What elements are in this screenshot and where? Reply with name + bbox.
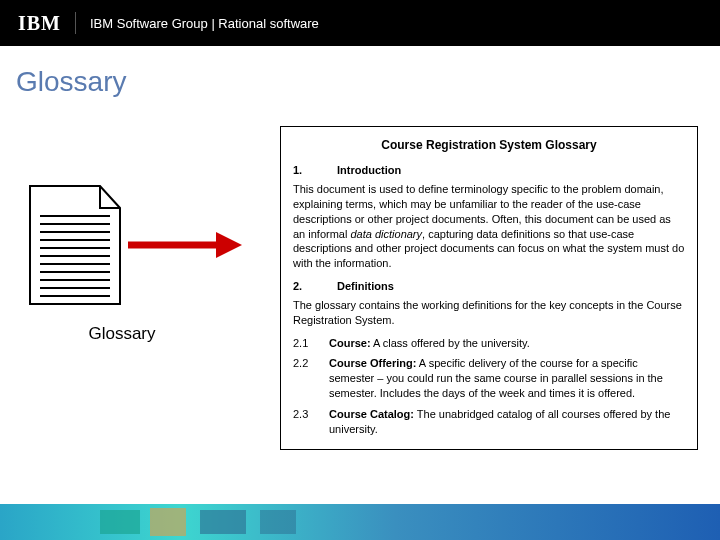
definition-2-3: 2.3 Course Catalog: The unabridged catal… [293, 407, 685, 437]
svg-marker-12 [216, 232, 242, 258]
page-title: Glossary [0, 46, 720, 98]
footer-decorative-bar [0, 504, 720, 540]
section-2-number: 2. [293, 279, 317, 294]
intro-paragraph: This document is used to define terminol… [293, 182, 685, 271]
svg-rect-14 [100, 510, 140, 534]
glossary-box-title: Course Registration System Glossary [293, 137, 685, 153]
def-2-1-number: 2.1 [293, 336, 315, 351]
def-2-2-number: 2.2 [293, 356, 315, 401]
doc-arrow-row [22, 182, 244, 308]
def-2-1-term: Course: [329, 337, 371, 349]
section-1-label: Introduction [337, 163, 401, 178]
intro-italic: data dictionary [350, 228, 422, 240]
section-1-number: 1. [293, 163, 317, 178]
left-column: Glossary [22, 126, 262, 450]
svg-rect-16 [200, 510, 246, 534]
document-label: Glossary [22, 324, 222, 344]
definition-2-2: 2.2 Course Offering: A specific delivery… [293, 356, 685, 401]
def-2-3-number: 2.3 [293, 407, 315, 437]
section-1-heading: 1. Introduction [293, 163, 685, 178]
svg-rect-17 [260, 510, 296, 534]
definition-2-1: 2.1 Course: A class offered by the unive… [293, 336, 685, 351]
glossary-box: Course Registration System Glossary 1. I… [280, 126, 698, 450]
definitions-intro: The glossary contains the working defini… [293, 298, 685, 328]
document-icon [22, 182, 128, 308]
header-bar: IBM IBM Software Group | Rational softwa… [0, 0, 720, 46]
svg-rect-15 [150, 508, 186, 536]
content-area: Glossary Course Registration System Glos… [0, 98, 720, 450]
section-2-heading: 2. Definitions [293, 279, 685, 294]
ibm-logo: IBM [18, 12, 61, 35]
def-2-3-term: Course Catalog: [329, 408, 414, 420]
section-2-label: Definitions [337, 279, 394, 294]
def-2-2-term: Course Offering: [329, 357, 416, 369]
arrow-icon [124, 227, 244, 263]
header-subtitle: IBM Software Group | Rational software [90, 16, 319, 31]
def-2-1-text: A class offered by the university. [371, 337, 530, 349]
header-divider [75, 12, 76, 34]
